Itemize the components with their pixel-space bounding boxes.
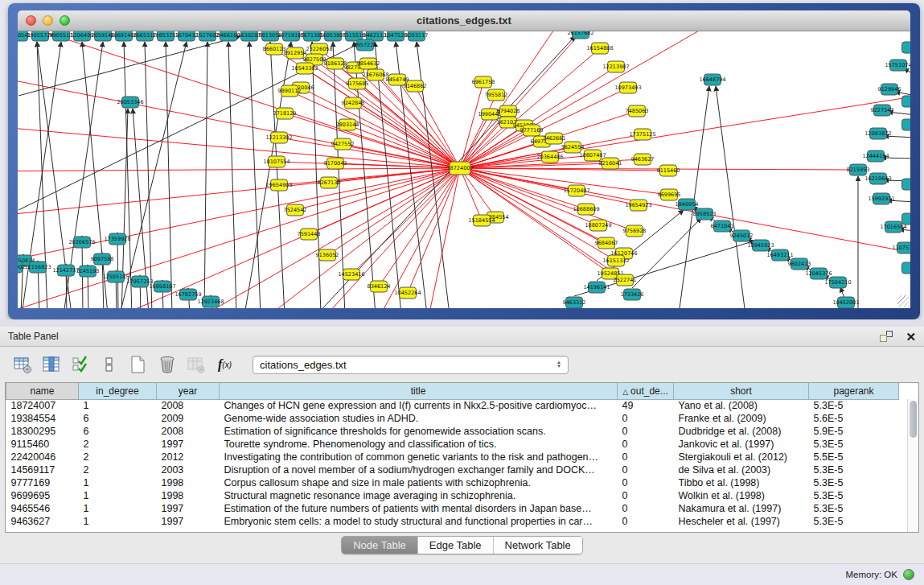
table-cell[interactable]: 0 <box>618 463 674 476</box>
table-cell[interactable]: Disruption of a novel member of a sodium… <box>220 463 618 476</box>
network-node[interactable] <box>902 96 911 107</box>
column-header-short[interactable]: short <box>674 383 809 399</box>
table-cell[interactable]: 1997 <box>157 515 220 528</box>
table-cell[interactable]: 5.5E-5 <box>809 451 899 463</box>
table-cell[interactable]: Structural magnetic resonance image aver… <box>220 489 618 502</box>
network-node[interactable]: 9242848 <box>342 97 365 109</box>
network-node[interactable]: 12213987 <box>602 61 629 72</box>
table-cell[interactable]: 2008 <box>157 399 220 412</box>
table-cell[interactable]: 5.6E-5 <box>809 412 899 425</box>
table-cell[interactable]: 1997 <box>157 502 220 515</box>
network-node[interactable]: 9427552 <box>331 138 355 150</box>
network-node[interactable]: 9699695 <box>658 189 681 200</box>
network-node[interactable]: 8660123 <box>263 43 286 55</box>
table-cell[interactable]: Yano et al. (2008) <box>674 399 809 412</box>
table-cell[interactable]: 1 <box>79 489 157 502</box>
table-row[interactable]: 2242004622012Investigating the contribut… <box>6 451 899 463</box>
network-node[interactable]: 14523416 <box>338 269 364 280</box>
network-node[interactable]: 3624554 <box>561 142 585 153</box>
table-row[interactable]: 911546021997Tourette syndrome. Phenomeno… <box>6 438 899 451</box>
table-cell[interactable]: 0 <box>618 438 674 451</box>
network-node[interactable]: 9777169 <box>520 125 544 136</box>
network-node[interactable]: 18107554 <box>263 156 290 167</box>
network-node[interactable]: 6961758 <box>472 76 495 88</box>
network-node[interactable]: 9175685 <box>346 78 369 89</box>
table-cell[interactable]: Estimation of significance thresholds fo… <box>220 425 618 438</box>
network-node[interactable]: 15751074 <box>885 60 910 71</box>
network-node[interactable]: 9756928 <box>623 225 647 237</box>
table-cell[interactable]: Genome-wide association studies in ADHD. <box>220 412 618 425</box>
table-cell[interactable]: 9465546 <box>6 502 79 515</box>
network-node[interactable]: 9890112 <box>278 85 302 97</box>
network-node[interactable]: 12045376 <box>805 268 832 279</box>
table-row[interactable]: 977716911998Corpus callosum shape and si… <box>6 476 899 489</box>
column-header-out_de[interactable]: △out_de... <box>618 383 674 399</box>
table-cell[interactable]: Investigating the contribution of common… <box>220 451 618 463</box>
network-node[interactable]: 18724007 <box>446 162 473 175</box>
table-selector-dropdown[interactable]: citations_edges.txt ▲▼ <box>253 356 569 374</box>
network-node[interactable]: 12444194 <box>862 150 889 162</box>
network-node[interactable]: 8215953 <box>847 164 870 175</box>
panel-splitter[interactable] <box>0 319 924 327</box>
network-node[interactable]: 9684067 <box>595 237 618 249</box>
network-node[interactable]: 16648794 <box>699 74 725 85</box>
network-node[interactable]: 23226058 <box>306 43 332 55</box>
network-node[interactable]: 9602413 <box>788 258 811 270</box>
network-node[interactable] <box>902 262 911 274</box>
network-node[interactable]: 8267130 <box>318 177 341 188</box>
network-node[interactable]: 8466160 <box>217 31 240 41</box>
table-cell[interactable]: 22420046 <box>6 451 79 463</box>
table-cell[interactable]: 1 <box>79 502 157 515</box>
network-node[interactable] <box>902 42 911 53</box>
table-cell[interactable]: Hescheler et al. (1997) <box>674 515 809 528</box>
network-node[interactable]: 17359928 <box>104 233 130 245</box>
table-cell[interactable]: Nakamura et al. (1997) <box>674 502 809 515</box>
new-table-button[interactable] <box>127 354 149 376</box>
table-cell[interactable]: 5.3E-5 <box>809 489 899 502</box>
float-panel-icon[interactable] <box>880 331 893 342</box>
table-cell[interactable]: 5.3E-5 <box>809 515 899 528</box>
table-cell[interactable]: 0 <box>618 451 674 463</box>
network-node[interactable]: 9136052 <box>316 249 339 261</box>
column-header-pagerank[interactable]: pagerank <box>809 383 899 399</box>
table-cell[interactable]: Franke et al. (2009) <box>674 412 809 425</box>
table-cell[interactable]: 18724007 <box>6 399 79 412</box>
table-row[interactable]: 946554611997Estimation of the future num… <box>6 502 899 515</box>
table-cell[interactable]: Dudbridge et al. (2008) <box>674 425 809 438</box>
table-cell[interactable]: Corpus callosum shape and size in male p… <box>220 476 618 489</box>
network-window-titlebar[interactable]: citations_edges.txt <box>18 10 910 31</box>
network-node[interactable]: 17375125 <box>629 129 655 140</box>
network-node[interactable]: 19654903 <box>265 179 292 191</box>
network-node[interactable]: 7462661 <box>543 133 566 144</box>
table-row[interactable]: 1872400712008Changes of HCN gene express… <box>6 399 899 412</box>
table-cell[interactable]: 0 <box>618 425 674 438</box>
table-cell[interactable]: 1 <box>79 515 157 528</box>
network-node[interactable]: 26157682 <box>567 31 593 39</box>
minimize-window-button[interactable] <box>43 15 53 26</box>
column-header-title[interactable]: title <box>220 383 618 399</box>
table-cell[interactable]: 9115460 <box>6 438 79 451</box>
network-node[interactable]: 6471041 <box>711 220 734 232</box>
table-cell[interactable]: 2003 <box>157 463 220 476</box>
table-cell[interactable]: 0 <box>618 489 674 502</box>
table-scrollbar-thumb[interactable] <box>910 401 917 438</box>
network-node[interactable]: 19654923 <box>625 200 651 211</box>
table-cell[interactable]: 5.3E-5 <box>809 438 899 451</box>
network-node[interactable]: 9854632 <box>357 58 380 69</box>
show-column-button[interactable] <box>40 354 62 376</box>
table-cell[interactable]: 5.9E-5 <box>809 425 899 438</box>
table-cell[interactable]: Embryonic stem cells: a model to study s… <box>220 515 618 528</box>
table-cell[interactable]: 5.3E-5 <box>809 399 899 412</box>
network-graph[interactable]: 1872400786601238912954232260589827509105… <box>18 31 910 308</box>
table-cell[interactable]: 2008 <box>157 425 220 438</box>
network-node[interactable] <box>902 213 911 225</box>
delete-entries-button[interactable] <box>156 354 178 376</box>
table-cell[interactable]: 18300295 <box>6 425 79 438</box>
network-node[interactable]: 12213392 <box>265 132 292 143</box>
table-cell[interactable]: 5.3E-5 <box>809 476 899 489</box>
close-panel-icon[interactable]: ✕ <box>906 331 916 343</box>
network-node[interactable]: 9227343 <box>871 105 894 116</box>
table-cell[interactable]: 1997 <box>157 438 220 451</box>
network-node[interactable]: 10688609 <box>573 204 599 215</box>
table-cell[interactable]: 0 <box>618 476 674 489</box>
